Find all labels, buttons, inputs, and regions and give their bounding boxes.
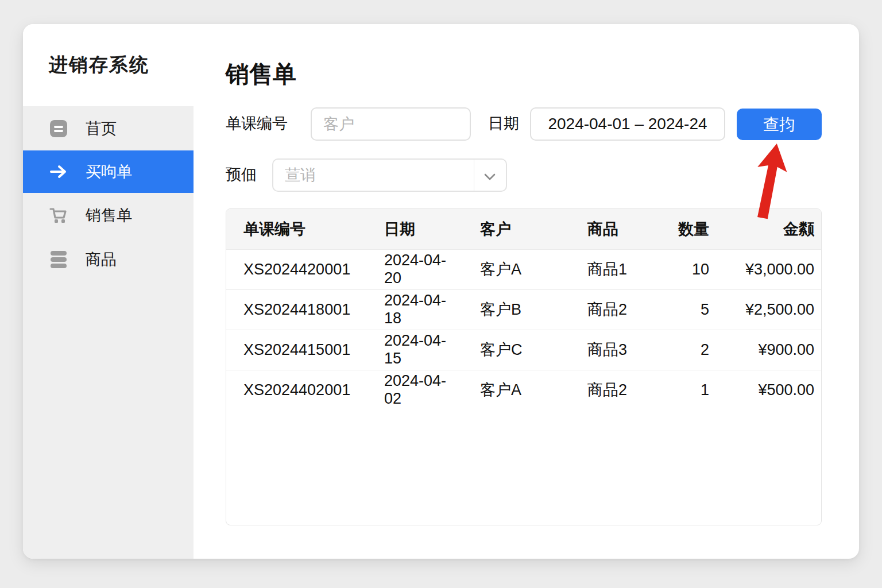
sales-table: 单课编号 日期 客户 商品 数量 金颣 XS20244200012024-04-… — [226, 208, 822, 525]
date-range-field[interactable]: 2024-04-01 – 2024-24 — [530, 107, 725, 141]
main-content: 销售单 单课编号 日期 2024-04-01 – 2024-24 查抣 预佃 荁… — [194, 24, 859, 559]
table-cell: 2024-04-15 — [367, 330, 463, 370]
table-cell: 客户B — [463, 289, 570, 330]
table-cell: 5 — [663, 289, 717, 330]
order-no-label: 单课编号 — [226, 107, 288, 140]
table-cell: ¥500.00 — [717, 370, 822, 410]
app-window: 进销存系统 苜页 买呴单 — [23, 24, 859, 559]
select-divider — [474, 160, 474, 191]
table-cell: 2 — [663, 330, 717, 370]
sidebar-item-label: 商品 — [86, 249, 117, 270]
customer-input[interactable] — [311, 107, 471, 141]
sidebar-item-home[interactable]: 苜页 — [23, 106, 194, 150]
sidebar-item-products[interactable]: 商品 — [23, 237, 194, 281]
table-cell: 2024-04-18 — [367, 289, 463, 330]
table-cell: XS2024420001 — [226, 249, 367, 289]
table-header-row: 单课编号 日期 客户 商品 数量 金颣 — [226, 209, 822, 249]
table-cell: 客户A — [463, 370, 570, 410]
list-icon — [49, 119, 68, 138]
table-cell: 2024-04-20 — [367, 249, 463, 289]
chevron-down-icon — [482, 169, 497, 187]
table-cell: XS2024415001 — [226, 330, 367, 370]
table-cell: 商品3 — [570, 330, 663, 370]
stack-icon — [49, 250, 68, 269]
type-select[interactable]: 荁诮 — [272, 158, 507, 192]
query-button[interactable]: 查抣 — [737, 109, 822, 140]
table-row[interactable]: XS20244020012024-04-02客户A商品21¥500.00 — [226, 370, 822, 410]
col-header-date: 日期 — [367, 209, 463, 249]
cart-icon — [49, 206, 68, 225]
table-cell: XS2024402001 — [226, 370, 367, 410]
arrow-right-icon — [49, 162, 68, 181]
col-header-amount: 金颣 — [717, 209, 822, 249]
table-cell: 10 — [663, 249, 717, 289]
table-cell: ¥3,000.00 — [717, 249, 822, 289]
col-header-customer: 客户 — [463, 209, 570, 249]
page-title: 销售单 — [226, 59, 296, 90]
sidebar-item-sales-orders[interactable]: 销售单 — [23, 193, 194, 237]
sidebar-item-label: 买呴单 — [86, 161, 132, 182]
type-select-placeholder: 荁诮 — [285, 165, 316, 185]
table-row[interactable]: XS20244180012024-04-18客户B商品25¥2,500.00 — [226, 289, 822, 330]
sidebar-item-purchase-orders[interactable]: 买呴单 — [23, 150, 194, 193]
table-cell: 1 — [663, 370, 717, 410]
table-row[interactable]: XS20244200012024-04-20客户A商品110¥3,000.00 — [226, 249, 822, 289]
date-range-value: 2024-04-01 – 2024-24 — [548, 115, 707, 133]
sidebar-menu: 苜页 买呴单 销售单 — [23, 106, 194, 559]
table-body: XS20244200012024-04-20客户A商品110¥3,000.00X… — [226, 249, 822, 410]
sidebar: 进销存系统 苜页 买呴单 — [23, 24, 194, 559]
table-cell: 2024-04-02 — [367, 370, 463, 410]
table-cell: 客户C — [463, 330, 570, 370]
sidebar-item-label: 苜页 — [86, 118, 117, 139]
table-cell: ¥900.00 — [717, 330, 822, 370]
table-cell: XS2024418001 — [226, 289, 367, 330]
sidebar-item-label: 销售单 — [86, 205, 132, 226]
app-title: 进销存系统 — [23, 24, 194, 106]
col-header-order-no: 单课编号 — [226, 209, 367, 249]
table-cell: 客户A — [463, 249, 570, 289]
date-label: 日期 — [488, 107, 519, 140]
table-cell: 商品1 — [570, 249, 663, 289]
table-cell: 商品2 — [570, 289, 663, 330]
type-label: 预佃 — [226, 158, 257, 191]
table-row[interactable]: XS20244150012024-04-15客户C商品32¥900.00 — [226, 330, 822, 370]
col-header-quantity: 数量 — [663, 209, 717, 249]
col-header-product: 商品 — [570, 209, 663, 249]
table-cell: ¥2,500.00 — [717, 289, 822, 330]
table-cell: 商品2 — [570, 370, 663, 410]
